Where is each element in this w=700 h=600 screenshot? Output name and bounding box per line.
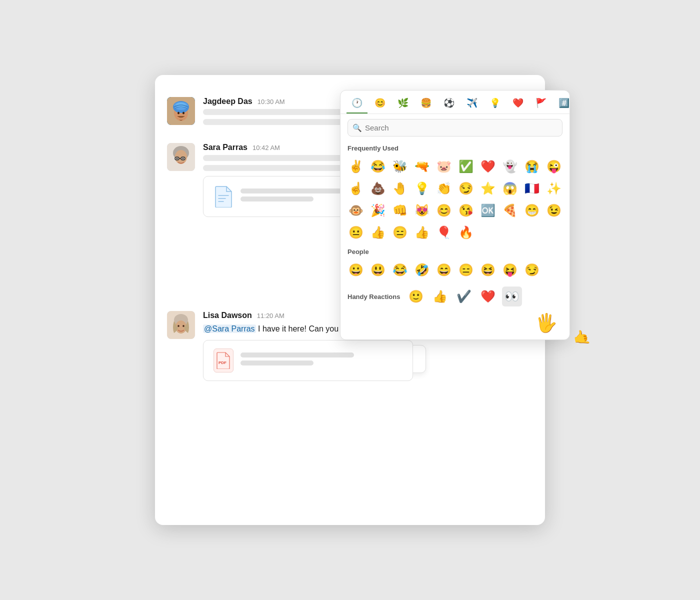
search-wrapper: 🔍 [348,119,562,136]
tab-objects[interactable]: 💡 [484,96,506,114]
svg-point-5 [178,112,180,114]
tab-people[interactable]: 😊 [370,96,390,114]
emoji-cell[interactable]: 😃 [368,260,388,280]
floating-hand-emoji: 🖐️ [535,312,558,334]
emoji-cell[interactable]: 🔥 [456,222,476,243]
emoji-cell[interactable]: 🐝 [390,156,410,177]
handy-emoji[interactable]: 🙂 [406,286,426,306]
cursor-pointer: 🤙 [572,328,592,347]
emoji-cell[interactable]: 😑 [456,260,476,280]
svg-point-13 [176,158,178,160]
picker-tabs: 🕐 😊 🌿 🍔 ⚽ ✈️ 💡 ❤️ 🚩 #️⃣ [340,90,570,114]
handy-reactions-label: Handy Reactions [348,293,400,300]
emoji-cell[interactable]: 😜 [544,156,564,177]
emoji-cell[interactable]: 🆗 [478,200,498,221]
emoji-cell[interactable]: 🤣 [412,260,432,280]
tab-activity[interactable]: ⚽ [438,96,460,114]
picker-search: 🔍 [340,114,570,142]
tab-nature[interactable]: 🌿 [392,96,414,114]
emoji-cell[interactable]: 🤚 [390,178,410,199]
emoji-cell[interactable]: ✨ [544,178,564,199]
emoji-cell[interactable]: 🐵 [346,200,366,221]
mention: @Sara Parras [203,324,256,333]
emoji-picker: 🕐 😊 🌿 🍔 ⚽ ✈️ 💡 ❤️ 🚩 #️⃣ 🔍 Frequently Use… [340,90,570,340]
timestamp: 11:20 AM [257,312,284,320]
chat-container: Jagdeep Das 10:30 AM [155,75,545,525]
avatar [167,97,195,125]
pdf-icon: PDF [214,348,234,372]
emoji-cell[interactable]: ❤️ [478,156,498,177]
tab-travel[interactable]: ✈️ [462,96,482,114]
handy-emoji[interactable]: ✔️ [454,286,474,306]
emoji-cell[interactable]: 😐 [346,222,366,243]
emoji-grid-people: 😀 😃 😂 🤣 😄 😑 😆 😝 😏 [340,258,570,282]
timestamp: 10:30 AM [258,98,285,106]
emoji-cell[interactable]: 👻 [500,156,520,177]
handy-emoji[interactable]: 👍 [430,286,450,306]
svg-point-14 [182,158,184,160]
search-icon: 🔍 [352,124,362,132]
emoji-cell[interactable]: 😂 [368,156,388,177]
sender-name: Sara Parras [203,143,248,152]
emoji-cell[interactable]: 😂 [390,260,410,280]
emoji-cell[interactable]: ✅ [456,156,476,177]
avatar [167,143,195,171]
emoji-cell[interactable]: 😏 [522,260,542,280]
file-line [240,352,354,358]
emoji-cell[interactable]: 🇫🇷 [522,178,542,199]
emoji-cell[interactable]: ✌️ [346,156,366,177]
emoji-cell[interactable]: 😘 [456,200,476,221]
emoji-cell[interactable]: 🐷 [434,156,454,177]
file-line [240,188,354,194]
emoji-cell[interactable]: 😊 [434,200,454,221]
emoji-cell[interactable]: ☝️ [346,178,366,199]
sender-name: Lisa Dawson [203,311,252,320]
emoji-cell[interactable]: ⭐ [478,178,498,199]
emoji-cell[interactable]: 👍 [412,222,432,243]
emoji-cell[interactable]: 👍 [368,222,388,243]
avatar-lisa [167,311,195,339]
emoji-cell[interactable]: 😑 [390,222,410,243]
emoji-cell[interactable]: 😏 [456,178,476,199]
svg-point-28 [182,325,184,327]
section-label-people: People [340,245,570,258]
emoji-cell[interactable]: 😱 [500,178,520,199]
tab-slack[interactable]: #️⃣ [554,96,570,114]
file-line [240,360,314,366]
handy-reactions-row: Handy Reactions 🙂 👍 ✔️ ❤️ 👀 [340,282,570,310]
sender-name: Jagdeep Das [203,97,252,106]
emoji-cell[interactable]: 💩 [368,178,388,199]
emoji-cell[interactable]: 🍕 [500,200,520,221]
handy-emoji[interactable]: ❤️ [478,286,498,306]
emoji-cell[interactable]: 🎉 [368,200,388,221]
file-icon [214,184,234,208]
tab-food[interactable]: 🍔 [416,96,436,114]
emoji-cell[interactable]: 🎈 [434,222,454,243]
emoji-cell[interactable]: 🔫 [412,156,432,177]
emoji-cell[interactable]: 💡 [412,178,432,199]
emoji-cell[interactable]: 😆 [478,260,498,280]
emoji-cell[interactable]: 😻 [412,200,432,221]
file-line [240,196,314,202]
handy-emoji-eyes-selected[interactable]: 👀 [502,286,522,306]
file-lines [240,352,402,368]
search-input[interactable] [348,119,562,136]
emoji-cell[interactable]: 😝 [500,260,520,280]
emoji-cell[interactable]: 😭 [522,156,542,177]
tab-symbols[interactable]: ❤️ [508,96,528,114]
emoji-cell[interactable]: 👏 [434,178,454,199]
svg-text:PDF: PDF [218,360,226,365]
emoji-cell[interactable]: 😄 [434,260,454,280]
svg-point-27 [178,325,180,327]
tab-recent[interactable]: 🕐 [346,96,368,114]
emoji-cell[interactable]: 😁 [522,200,542,221]
file-attachment-pdf: PDF [203,340,413,381]
svg-point-6 [182,112,184,114]
emoji-cell[interactable]: 😀 [346,260,366,280]
tab-flags[interactable]: 🚩 [530,96,552,114]
emoji-grid-frequently-used: ✌️ 😂 🐝 🔫 🐷 ✅ ❤️ 👻 😭 😜 ☝️ 💩 🤚 💡 👏 😏 ⭐ 😱 🇫… [340,154,570,245]
section-label-frequently-used: Frequently Used [340,142,570,154]
timestamp: 10:42 AM [252,144,280,152]
emoji-cell[interactable]: 😉 [544,200,564,221]
emoji-cell[interactable]: 👊 [390,200,410,221]
